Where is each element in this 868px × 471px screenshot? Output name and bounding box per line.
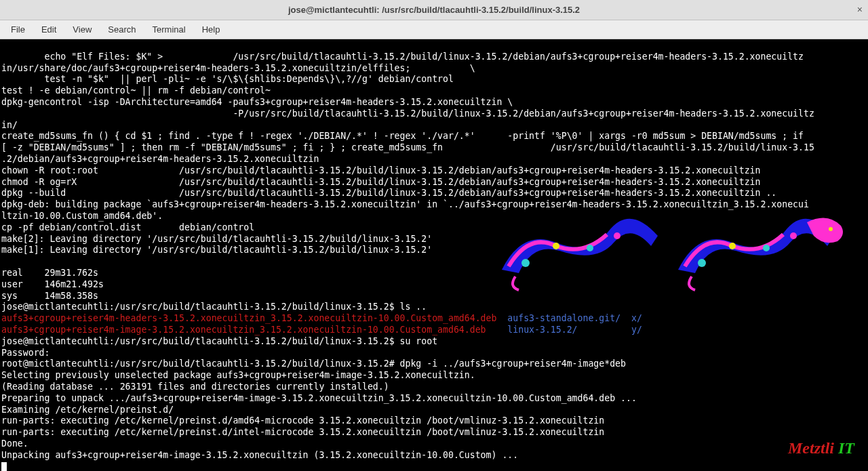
ls-directory: y/ — [631, 325, 642, 335]
terminal-line: .2/debian/aufs3+cgroup+reiser4m-headers-… — [1, 154, 319, 164]
terminal-pane[interactable]: echo "Elf Files: $K" > /usr/src/build/tl… — [0, 39, 868, 471]
terminal-line: [ -z "DEBIAN/md5sums" ] ; then rm -f "DE… — [1, 142, 814, 152]
menu-file[interactable]: File — [4, 22, 32, 37]
terminal-line: in/usr/share/doc/aufs3+cgroup+reiser4m-h… — [1, 63, 475, 73]
terminal-line: Password: — [1, 348, 50, 358]
terminal-line: Preparing to unpack .../aufs3+cgroup+rei… — [1, 393, 637, 403]
serpent-graphic — [495, 209, 848, 300]
terminal-line: dpkg-deb: building package `aufs3+cgroup… — [1, 199, 809, 209]
terminal-line: Selecting previously unselected package … — [1, 370, 475, 380]
menu-view[interactable]: View — [66, 22, 98, 37]
terminal-line: make[2]: Leaving directory '/usr/src/bui… — [1, 234, 432, 244]
ls-deb-file: aufs3+cgroup+reiser4m-headers-3.15.2.xon… — [1, 313, 496, 323]
terminal-line: ltzin-10.00.Custom_amd64.deb'. — [1, 211, 163, 221]
terminal-line: Done. — [1, 438, 28, 449]
terminal-line: -P/usr/src/build/tlacauhtli-3.15.2/build… — [1, 108, 814, 119]
terminal-line: test -n "$k" || perl -pli~ -e 's/\$\{shl… — [1, 74, 454, 84]
terminal-line: jose@mictlantecuhtli:/usr/src/build/tlac… — [1, 302, 427, 312]
terminal-line: cp -pf debian/control.dist debian/contro… — [1, 222, 254, 232]
terminal-line: echo "Elf Files: $K" > /usr/src/build/tl… — [1, 52, 804, 62]
ls-directory: aufs3-standalone.git/ — [507, 313, 620, 323]
ls-directory: x/ — [631, 313, 642, 323]
ls-directory: linux-3.15.2/ — [507, 325, 577, 335]
close-icon[interactable]: × — [857, 4, 863, 15]
menu-terminal[interactable]: Terminal — [146, 22, 193, 37]
terminal-line: root@mictlantecuhtli:/usr/src/build/tlac… — [1, 359, 626, 369]
terminal-line: test ! -e debian/control~ || rm -f debia… — [1, 85, 271, 96]
terminal-line: dpkg --build /usr/src/build/tlacauhtli-3… — [1, 188, 776, 198]
svg-point-3 — [614, 232, 620, 239]
terminal-line: run-parts: executing /etc/kernel/preinst… — [1, 415, 604, 426]
window-title: jose@mictlantecuhtli: /usr/src/build/tla… — [288, 5, 580, 15]
title-bar: jose@mictlantecuhtli: /usr/src/build/tla… — [0, 0, 868, 20]
watermark-logo: Metztli IT — [772, 432, 854, 466]
menu-help[interactable]: Help — [195, 22, 227, 37]
terminal-line: create_md5sums_fn () { cd $1 ; find . -t… — [1, 131, 804, 141]
terminal-line: chown -R root:root /usr/src/build/tlacau… — [1, 165, 760, 176]
terminal-line: Examining /etc/kernel/preinst.d/ — [1, 405, 174, 415]
terminal-cursor — [1, 462, 7, 471]
ls-deb-file: aufs3+cgroup+reiser4m-image-3.15.2.xonec… — [1, 325, 486, 335]
terminal-line: run-parts: executing /etc/kernel/preinst… — [1, 427, 604, 437]
terminal-line: make[1]: Leaving directory '/usr/src/bui… — [1, 245, 432, 255]
terminal-line: in/ — [1, 120, 18, 130]
terminal-line: dpkg-gencontrol -isp -DArchitecture=amd6… — [1, 97, 513, 107]
menu-edit[interactable]: Edit — [35, 22, 63, 37]
terminal-line: (Reading database ... 263191 files and d… — [1, 382, 389, 392]
terminal-line: sys 14m58.358s — [1, 291, 98, 301]
terminal-line: jose@mictlantecuhtli:/usr/src/build/tlac… — [1, 336, 437, 346]
svg-point-2 — [587, 245, 593, 251]
svg-point-4 — [829, 227, 833, 231]
terminal-line: real 29m31.762s — [1, 268, 98, 278]
terminal-line: chmod -R og=rX /usr/src/build/tlacauhtli… — [1, 177, 760, 187]
watermark-part2: IT — [838, 439, 854, 457]
watermark-part1: Metztli — [788, 439, 838, 457]
svg-point-1 — [553, 243, 559, 249]
menu-bar: File Edit View Search Terminal Help — [0, 20, 868, 39]
terminal-line: user 146m21.492s — [1, 279, 104, 289]
menu-search[interactable]: Search — [101, 22, 142, 37]
terminal-line: Unpacking aufs3+cgroup+reiser4m-image-3.… — [1, 450, 518, 460]
svg-point-0 — [521, 259, 530, 267]
